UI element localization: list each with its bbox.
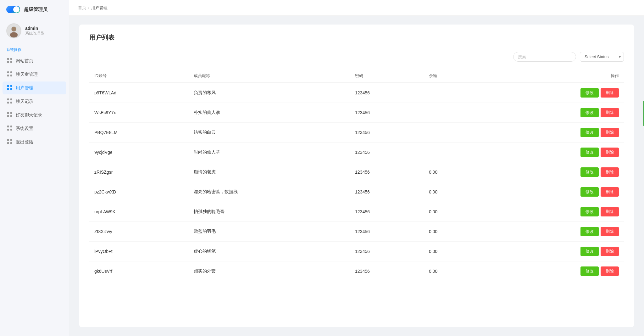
sidebar-item-home[interactable]: 网站首页 — [3, 54, 66, 67]
sidebar-item-label-settings: 系统设置 — [16, 126, 33, 132]
users-icon — [7, 85, 13, 91]
sidebar-item-label-chat-logs: 聊天记录 — [16, 99, 33, 104]
cell-id: zRISZgsr — [89, 162, 189, 182]
delete-button[interactable]: 删除 — [601, 227, 619, 236]
cell-password: 123456 — [350, 242, 424, 261]
delete-button[interactable]: 删除 — [601, 148, 619, 157]
delete-button[interactable]: 删除 — [601, 167, 619, 177]
sidebar-title: 超级管理员 — [24, 7, 47, 13]
cell-actions: 修改删除 — [480, 83, 624, 103]
sidebar-item-label-friend-logs: 好友聊天记录 — [16, 112, 42, 118]
sidebar-item-settings[interactable]: 系统设置 — [3, 122, 66, 135]
scrollbar-indicator — [643, 101, 644, 126]
delete-button[interactable]: 删除 — [601, 207, 619, 216]
delete-button[interactable]: 删除 — [601, 88, 619, 98]
content-area: 用户列表 Select Status Active Inactive ID账号 — [69, 16, 644, 336]
svg-rect-20 — [10, 102, 12, 104]
svg-rect-7 — [7, 61, 9, 63]
cell-password: 123456 — [350, 162, 424, 182]
sidebar-item-chatroom[interactable]: 聊天室管理 — [3, 68, 66, 81]
profile-info: admin 系统管理员 — [25, 26, 44, 36]
cell-password: 123456 — [350, 182, 424, 202]
delete-button[interactable]: 删除 — [601, 128, 619, 137]
sidebar-item-users[interactable]: 用户管理 — [3, 81, 66, 94]
svg-rect-10 — [10, 71, 12, 73]
svg-point-4 — [10, 32, 18, 37]
table-row: PBQ7E8LM结实的白云123456修改删除 — [89, 123, 624, 143]
cell-balance — [424, 83, 480, 103]
col-header-nickname: 成员昵称 — [189, 69, 350, 83]
cell-balance — [424, 123, 480, 143]
cell-id: PBQ7E8LM — [89, 123, 189, 143]
edit-button[interactable]: 修改 — [580, 227, 599, 236]
sidebar-item-label-logout: 退出登陆 — [16, 139, 33, 145]
edit-button[interactable]: 修改 — [580, 187, 599, 197]
cell-id: WsEc9Y7x — [89, 103, 189, 123]
edit-button[interactable]: 修改 — [580, 167, 599, 177]
cell-actions: 修改删除 — [480, 182, 624, 202]
cell-id: Zf8Xizwy — [89, 222, 189, 242]
delete-button[interactable]: 删除 — [601, 187, 619, 197]
cell-actions: 修改删除 — [480, 242, 624, 261]
delete-button[interactable]: 删除 — [601, 108, 619, 117]
svg-rect-16 — [10, 88, 12, 90]
svg-rect-13 — [7, 85, 9, 87]
sidebar-header: 超级管理员 — [0, 0, 69, 19]
search-input[interactable] — [513, 52, 576, 62]
toggle-switch[interactable] — [6, 6, 20, 13]
table-row: lPvyObFt虚心的钢笔1234560.00修改删除 — [89, 242, 624, 261]
edit-button[interactable]: 修改 — [580, 207, 599, 216]
svg-rect-30 — [10, 139, 12, 141]
col-header-password: 密码 — [350, 69, 424, 83]
page-title: 用户列表 — [89, 33, 624, 42]
sidebar-nav: 网站首页 聊天室管理 用户管理 聊天记录 好友聊天记录 系统设置 — [0, 54, 69, 148]
status-select-wrap: Select Status Active Inactive — [580, 52, 624, 62]
cell-password: 123456 — [350, 83, 424, 103]
delete-button[interactable]: 删除 — [601, 266, 619, 276]
cell-actions: 修改删除 — [480, 103, 624, 123]
toolbar: Select Status Active Inactive — [89, 52, 624, 62]
edit-button[interactable]: 修改 — [580, 247, 599, 256]
edit-button[interactable]: 修改 — [580, 88, 599, 98]
chatroom-icon — [7, 71, 13, 78]
edit-button[interactable]: 修改 — [580, 128, 599, 137]
cell-id: lPvyObFt — [89, 242, 189, 261]
sidebar-section-title: 系统操作 — [0, 43, 69, 54]
cell-id: urpLAW9K — [89, 202, 189, 222]
cell-nickname: 虚心的钢笔 — [189, 242, 350, 261]
svg-rect-21 — [7, 112, 9, 114]
cell-nickname: 碧蓝的羽毛 — [189, 222, 350, 242]
status-select[interactable]: Select Status Active Inactive — [580, 52, 624, 62]
sidebar-item-chat-logs[interactable]: 聊天记录 — [3, 95, 66, 108]
cell-id: p9T6WLAd — [89, 83, 189, 103]
table-header-row: ID账号 成员昵称 密码 余额 操作 — [89, 69, 624, 83]
page-card: 用户列表 Select Status Active Inactive ID账号 — [79, 25, 634, 327]
home-icon — [7, 58, 13, 64]
cell-password: 123456 — [350, 261, 424, 281]
topbar: 首页 / 用户管理 — [69, 0, 644, 16]
edit-button[interactable]: 修改 — [580, 148, 599, 157]
cell-nickname: 朴实的仙人掌 — [189, 103, 350, 123]
svg-rect-14 — [10, 85, 12, 87]
cell-password: 123456 — [350, 103, 424, 123]
edit-button[interactable]: 修改 — [580, 108, 599, 117]
chat-logs-icon — [7, 98, 13, 105]
delete-button[interactable]: 删除 — [601, 247, 619, 256]
svg-rect-23 — [7, 115, 9, 117]
sidebar-item-friend-logs[interactable]: 好友聊天记录 — [3, 109, 66, 121]
cell-nickname: 痴情的老虎 — [189, 162, 350, 182]
sidebar-item-logout[interactable]: 退出登陆 — [3, 136, 66, 148]
col-header-actions: 操作 — [480, 69, 624, 83]
main: 首页 / 用户管理 用户列表 Select Status Active Inac… — [69, 0, 644, 336]
cell-balance: 0.00 — [424, 261, 480, 281]
cell-id: pz2CkwXD — [89, 182, 189, 202]
cell-balance: 0.00 — [424, 162, 480, 182]
table-row: pz2CkwXD漂亮的哈密瓜，数据线1234560.00修改删除 — [89, 182, 624, 202]
table-row: zRISZgsr痴情的老虎1234560.00修改删除 — [89, 162, 624, 182]
user-table-body: p9T6WLAd负责的寒风123456修改删除WsEc9Y7x朴实的仙人掌123… — [89, 83, 624, 281]
edit-button[interactable]: 修改 — [580, 266, 599, 276]
cell-password: 123456 — [350, 222, 424, 242]
cell-balance: 0.00 — [424, 242, 480, 261]
profile-name: admin — [25, 26, 44, 31]
svg-rect-31 — [7, 142, 9, 144]
